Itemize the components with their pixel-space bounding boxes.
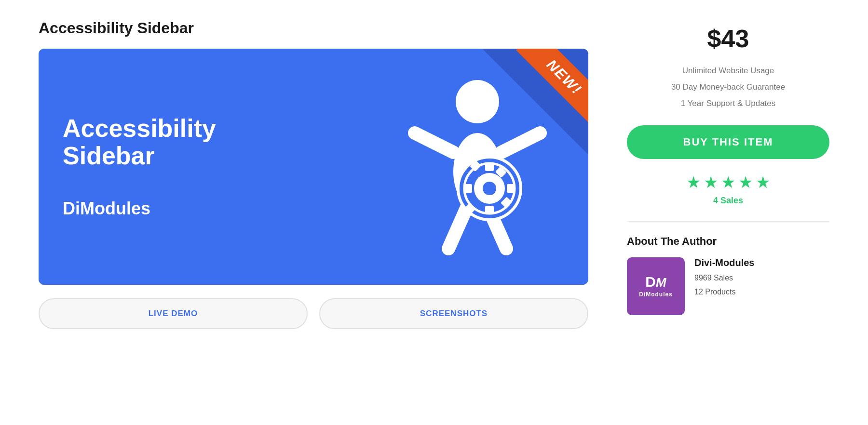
product-image-heading: Accessibility Sidebar	[63, 115, 216, 170]
svg-line-4	[448, 205, 468, 249]
action-buttons: LIVE DEMO SCREENSHOTS	[39, 298, 588, 329]
page-layout: Accessibility Sidebar Accessibility Side…	[39, 19, 829, 329]
author-avatar-brand: DiModules	[639, 291, 673, 298]
product-image-text: Accessibility Sidebar DiModules	[63, 115, 216, 219]
product-image-bg: Accessibility Sidebar DiModules	[39, 49, 588, 285]
star-3: ★	[721, 173, 735, 192]
stars-row: ★ ★ ★ ★ ★	[627, 173, 829, 192]
author-info: Divi-Modules 9969 Sales 12 Products	[694, 257, 754, 299]
feature-1: Unlimited Website Usage	[627, 63, 829, 79]
author-sales: 9969 Sales	[694, 271, 754, 285]
svg-line-3	[502, 133, 540, 152]
price-display: $43	[627, 24, 829, 53]
sales-count: 4 Sales	[627, 196, 829, 206]
svg-point-17	[483, 182, 496, 195]
accessibility-figure	[405, 75, 550, 258]
author-products: 12 Products	[694, 285, 754, 299]
svg-rect-9	[485, 206, 494, 213]
product-image: Accessibility Sidebar DiModules	[39, 49, 588, 285]
right-column: $43 Unlimited Website Usage 30 Day Money…	[627, 19, 829, 329]
author-avatar-initials: DM	[645, 275, 666, 289]
feature-2: 30 Day Money-back Guarantee	[627, 79, 829, 95]
svg-rect-8	[485, 163, 494, 171]
svg-rect-11	[464, 184, 472, 193]
live-demo-button[interactable]: LIVE DEMO	[39, 298, 308, 329]
brand-name: DiModules	[63, 199, 216, 219]
left-column: Accessibility Sidebar Accessibility Side…	[39, 19, 588, 329]
star-2: ★	[704, 173, 718, 192]
svg-line-2	[415, 133, 453, 152]
screenshots-button[interactable]: SCREENSHOTS	[319, 298, 588, 329]
divider	[627, 221, 829, 222]
author-stats: 9969 Sales 12 Products	[694, 271, 754, 299]
about-author-title: About The Author	[627, 235, 829, 248]
buy-button[interactable]: BUY THIS ITEM	[627, 125, 829, 159]
svg-rect-10	[507, 184, 515, 193]
author-avatar: DM DiModules	[627, 257, 685, 315]
star-4: ★	[738, 173, 753, 192]
product-title: Accessibility Sidebar	[39, 19, 588, 37]
star-1: ★	[686, 173, 701, 192]
feature-3: 1 Year Support & Updates	[627, 95, 829, 112]
features-list: Unlimited Website Usage 30 Day Money-bac…	[627, 63, 829, 112]
author-name: Divi-Modules	[694, 257, 754, 268]
star-5: ★	[756, 173, 770, 192]
author-row: DM DiModules Divi-Modules 9969 Sales 12 …	[627, 257, 829, 315]
svg-point-0	[456, 80, 499, 123]
